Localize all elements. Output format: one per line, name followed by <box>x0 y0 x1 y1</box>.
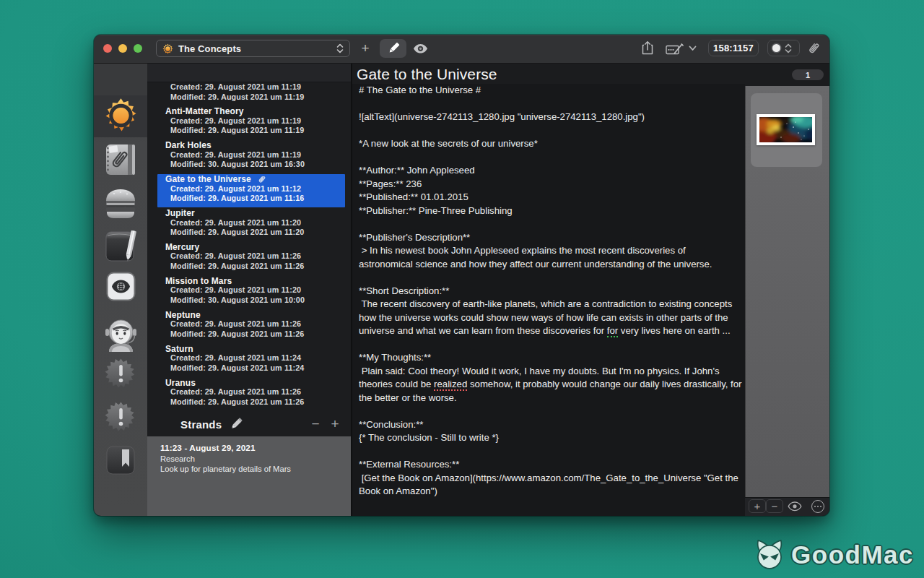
goodmac-brand-text: GoodMac <box>791 540 914 569</box>
markup-dropdown-chevron[interactable] <box>687 41 697 56</box>
sidebar-item-astronaut[interactable] <box>94 319 147 353</box>
sheet-item[interactable]: JupiterCreated: 29. August 2021 um 11:20… <box>147 207 351 241</box>
sheet-item[interactable]: SaturnCreated: 29. August 2021 um 11:24M… <box>147 342 351 376</box>
editor-line: Book on Amazon") <box>359 485 742 499</box>
attachment-thumbnail[interactable] <box>751 93 822 167</box>
editor-title-bar: Gate to the Universe <box>352 64 745 84</box>
sheet-item[interactable]: Anti-Matter TheoryCreated: 29. August 20… <box>147 105 351 139</box>
astronaut-icon <box>104 319 138 353</box>
edit-mode-button[interactable] <box>380 39 406 58</box>
sidebar-item-bookmark[interactable] <box>94 445 147 475</box>
remove-strand-button[interactable]: − <box>309 416 322 432</box>
sidebar-item-hamburger[interactable] <box>94 187 147 219</box>
editor-pane[interactable]: Gate to the Universe # The Gate to the U… <box>352 64 745 516</box>
sheet-list-column: Created: 29. August 2021 um 11:19Modifie… <box>147 64 352 516</box>
sheet-item[interactable]: Gate to the UniverseCreated: 29. August … <box>147 173 351 207</box>
editor-line <box>359 98 742 111</box>
editor-text[interactable]: # The Gate to the Universe #![altText](u… <box>359 84 742 516</box>
minimize-button[interactable] <box>118 44 127 53</box>
burst-exclamation-icon <box>105 358 137 390</box>
sheet-title: Dark Holes <box>165 139 351 150</box>
attachments-area <box>745 86 829 497</box>
markup-button[interactable] <box>664 40 686 57</box>
sheet-title: Mercury <box>165 241 351 251</box>
sheet-modified: Modified: 30. August 2021 um 10:00 <box>170 296 351 306</box>
preview-attachment-button[interactable] <box>787 499 803 513</box>
sheet-modified: Modified: 30. August 2021 um 16:30 <box>170 160 351 170</box>
editor-line: **Pages:** 236 <box>359 178 742 191</box>
word-count-badge[interactable]: 158:1157 <box>708 40 759 56</box>
editor-line: **Conclusion:** <box>359 418 742 432</box>
sheet-item[interactable]: UranusCreated: 29. August 2021 um 11:26M… <box>147 376 351 410</box>
sheet-item[interactable]: Mission to MarsCreated: 29. August 2021 … <box>147 275 351 309</box>
close-button[interactable] <box>103 44 112 53</box>
sidebar-item-eye[interactable] <box>94 272 147 301</box>
editor-line: how the universe works could show new wa… <box>359 311 742 325</box>
strand-note[interactable]: 11:23 - August 29, 2021 Research Look up… <box>147 436 351 516</box>
hamburger-icon <box>103 187 138 219</box>
zoom-button[interactable] <box>134 44 142 53</box>
attachments-toggle-button[interactable] <box>805 40 822 57</box>
sheet-item[interactable]: MercuryCreated: 29. August 2021 um 11:26… <box>147 241 351 275</box>
sheet-modified: Modified: 29. August 2021 um 11:26 <box>170 262 351 272</box>
sheet-title: Anti-Matter Theory <box>165 105 351 116</box>
sidebar-item-notebook[interactable] <box>94 144 147 176</box>
burst-exclamation-icon <box>105 401 137 434</box>
share-button[interactable] <box>639 39 656 57</box>
word-count-value: 158:1157 <box>713 43 754 53</box>
sheet-item[interactable]: Dark HolesCreated: 29. August 2021 um 11… <box>147 139 351 173</box>
editor-line: **Author:** John Appleseed <box>359 164 742 178</box>
new-sheet-button[interactable]: + <box>357 40 373 57</box>
sheet-item[interactable]: NeptuneCreated: 29. August 2021 um 11:26… <box>147 309 351 342</box>
editor-line <box>359 271 742 285</box>
titlebar: The Concepts + <box>94 35 829 64</box>
goodmac-cat-icon <box>754 539 785 571</box>
sidebar-item-alert-2[interactable] <box>94 401 147 434</box>
sheet-list-header-strip <box>147 64 351 82</box>
editor-sheet-title: Gate to the Universe <box>357 64 497 84</box>
sun-icon <box>162 43 173 54</box>
pencil-icon <box>228 416 244 432</box>
sheet-modified: Modified: 29. August 2021 um 11:16 <box>170 194 351 204</box>
sheet-created: Created: 29. August 2021 um 11:26 <box>170 387 351 397</box>
paperclip-icon <box>807 41 820 56</box>
sidebar-item-journal[interactable] <box>94 230 147 262</box>
sidebar-item-alert-1[interactable] <box>94 358 147 390</box>
editor-line: **Publisher's Description** <box>359 231 742 245</box>
editor-line: *A new look at the secrets of our univer… <box>359 137 742 151</box>
notebook-paperclip-icon <box>104 144 137 176</box>
strands-label: Strands <box>180 418 222 431</box>
preview-button[interactable] <box>411 40 429 57</box>
share-icon <box>642 40 653 56</box>
goal-circle-icon <box>772 44 780 52</box>
sheet-created: Created: 29. August 2021 um 11:19 <box>170 82 351 92</box>
editor-line: # The Gate to the Universe # <box>359 84 742 98</box>
editor-line: astronomical science and how they affect… <box>359 258 742 272</box>
sheet-title: Uranus <box>165 376 351 387</box>
editor-line: the better or the worse. <box>359 392 742 405</box>
sheet-created: Created: 29. August 2021 um 11:12 <box>170 184 351 194</box>
more-options-button[interactable] <box>811 500 824 513</box>
nebula-image <box>759 117 812 142</box>
sheet-title: Gate to the Universe <box>165 173 351 184</box>
group-sidebar <box>94 64 147 516</box>
sheet-title: Neptune <box>165 309 351 319</box>
goodmac-watermark: GoodMac <box>754 539 914 571</box>
strand-note-line: Research <box>160 454 341 464</box>
editor-line: universe and what we can learn from thes… <box>359 324 742 338</box>
add-attachment-button[interactable]: + <box>749 499 766 513</box>
editor-line: **Publisher:** Pine-Three Publishing <box>359 204 742 218</box>
editor-line <box>359 445 742 459</box>
add-strand-button[interactable]: + <box>328 416 341 432</box>
library-selector[interactable]: The Concepts <box>156 40 350 57</box>
sheet-item[interactable]: Created: 29. August 2021 um 11:19Modifie… <box>147 82 351 105</box>
editor-line: Plain said: Cool theory! Would it work, … <box>359 365 742 379</box>
editor-line: The recent discovery of earth-like plane… <box>359 298 742 311</box>
goal-dropdown[interactable] <box>767 40 800 56</box>
sun-icon <box>102 97 140 135</box>
library-selector-label: The Concepts <box>178 43 241 54</box>
sidebar-item-concepts[interactable] <box>94 97 147 135</box>
editor-line <box>359 338 742 352</box>
editor-line: {* The conclusion - Still to write *} <box>359 431 742 445</box>
remove-attachment-button[interactable]: − <box>766 499 783 513</box>
